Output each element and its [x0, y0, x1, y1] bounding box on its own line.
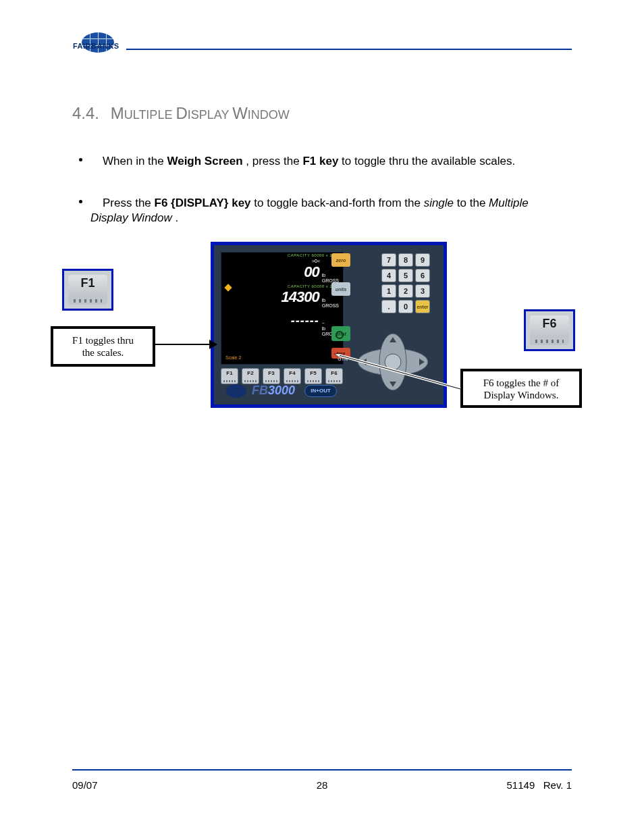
device-f4[interactable]: F4: [284, 368, 301, 384]
key-7[interactable]: 7: [381, 253, 396, 267]
bullet-icon: [79, 158, 82, 161]
bullet-2: Press the F6 {DISPLAY} key to toggle bac…: [90, 196, 529, 226]
globe-icon: [226, 384, 246, 398]
key-3[interactable]: 3: [415, 284, 430, 298]
key-4[interactable]: 4: [381, 269, 396, 282]
device-f5[interactable]: F5: [304, 368, 322, 384]
f1-key-illustration: F1: [62, 269, 113, 311]
scale-label: Scale 2: [225, 355, 241, 360]
key-6[interactable]: 6: [415, 269, 430, 282]
gtn-label: GTN: [338, 357, 348, 361]
section-title: 4.4. MULTIPLE DISPLAY WINDOW: [72, 104, 290, 123]
device-f2[interactable]: F2: [242, 368, 259, 384]
section-number: 4.4.: [72, 104, 99, 122]
reading-2: 14300: [281, 288, 319, 306]
units-button[interactable]: units: [331, 282, 350, 296]
callout-f6: F6 toggles the # of Display Windows.: [460, 369, 582, 408]
key-9[interactable]: 9: [415, 253, 430, 267]
key-8[interactable]: 8: [398, 253, 413, 267]
reading-1: 00: [304, 263, 319, 281]
f6-key-illustration: F6: [524, 309, 575, 351]
footer-docnum: 51149 Rev. 1: [507, 779, 572, 791]
page: FAIRBANKS 4.4. MULTIPLE DISPLAY WINDOW W…: [0, 0, 644, 834]
mode-pill: IN+OUT: [304, 385, 337, 397]
key-0[interactable]: 0: [398, 300, 413, 313]
callout-f1: F1 toggles thru the scales.: [51, 326, 155, 367]
device-figure: CAPACITY 60000 x 20 lb >0< 00 lbGROSS CA…: [211, 242, 447, 408]
key-2[interactable]: 2: [398, 284, 413, 298]
footer-rule: [72, 769, 572, 771]
keypad: 7 8 9 4 5 6 1 2 3 . 0 enter: [381, 253, 430, 313]
device-screen: CAPACITY 60000 x 20 lb >0< 00 lbGROSS CA…: [221, 252, 344, 365]
zero-button[interactable]: zero: [331, 253, 350, 267]
bullet-1: When in the Weigh Screen , press the F1 …: [90, 154, 529, 169]
arrow-left-icon: [154, 344, 216, 345]
fkey-row: F1 F2 F3 F4 F5 F6: [221, 368, 343, 384]
key-1[interactable]: 1: [381, 284, 396, 298]
print-button[interactable]: print: [331, 326, 350, 341]
key-dot[interactable]: .: [381, 300, 396, 313]
svg-point-2: [385, 354, 401, 370]
device-brand: FB3000 IN+OUT: [226, 384, 337, 398]
device-f3[interactable]: F3: [263, 368, 280, 384]
key-enter[interactable]: enter: [415, 300, 430, 313]
key-5[interactable]: 5: [398, 269, 413, 282]
device-f1[interactable]: F1: [221, 368, 238, 384]
device-f6[interactable]: F6: [325, 368, 343, 384]
reading-3: ------: [291, 314, 319, 328]
header-rule: [126, 49, 572, 50]
bullet-icon: [79, 200, 82, 203]
direction-pad[interactable]: [356, 332, 430, 392]
brand-text: FAIRBANKS: [73, 42, 119, 50]
